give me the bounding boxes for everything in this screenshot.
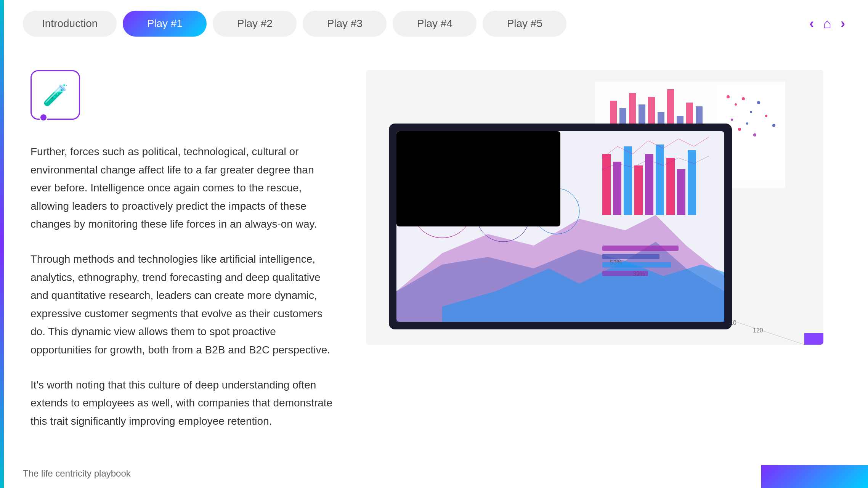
top-navigation: Introduction Play #1 Play #2 Play #3 Pla… bbox=[0, 0, 868, 47]
svg-point-17 bbox=[750, 111, 752, 113]
svg-text:120: 120 bbox=[753, 327, 763, 334]
svg-rect-50 bbox=[656, 144, 664, 215]
left-section: 🧪 Further, forces such as political, tec… bbox=[30, 70, 335, 447]
bottom-right-accent bbox=[761, 465, 868, 488]
svg-rect-59 bbox=[602, 271, 648, 276]
tab-play4[interactable]: Play #4 bbox=[393, 11, 477, 37]
page-footer: The life centricity playbook 10 bbox=[0, 459, 868, 488]
svg-rect-45 bbox=[602, 154, 611, 215]
svg-rect-49 bbox=[645, 154, 653, 215]
svg-rect-60 bbox=[396, 131, 560, 226]
prev-arrow-icon[interactable]: ‹ bbox=[809, 16, 814, 32]
svg-point-20 bbox=[738, 128, 741, 131]
svg-rect-58 bbox=[602, 262, 671, 268]
home-icon[interactable]: ⌂ bbox=[823, 16, 831, 32]
svg-rect-46 bbox=[613, 162, 621, 215]
svg-rect-52 bbox=[677, 169, 685, 215]
main-content: 🧪 Further, forces such as political, tec… bbox=[0, 47, 868, 470]
svg-point-16 bbox=[742, 97, 745, 100]
svg-point-24 bbox=[772, 124, 775, 127]
right-section: 80 90 100 110 120 bbox=[366, 70, 823, 345]
navigation-controls: ‹ ⌂ › bbox=[809, 16, 845, 32]
lab-flask-icon: 🧪 bbox=[43, 83, 68, 107]
svg-point-22 bbox=[753, 133, 756, 136]
svg-point-23 bbox=[765, 115, 767, 117]
svg-point-19 bbox=[731, 119, 733, 121]
analytics-tablet-image: 80 90 100 110 120 bbox=[366, 70, 823, 345]
next-arrow-icon[interactable]: › bbox=[841, 16, 845, 32]
svg-point-18 bbox=[757, 101, 760, 104]
svg-rect-56 bbox=[602, 246, 679, 251]
svg-point-14 bbox=[727, 95, 730, 98]
left-accent-bar bbox=[0, 0, 4, 488]
paragraph-1: Further, forces such as political, techn… bbox=[30, 143, 335, 233]
paragraph-3: It's worth noting that this culture of d… bbox=[30, 376, 335, 430]
footer-title: The life centricity playbook bbox=[23, 468, 131, 479]
svg-rect-48 bbox=[634, 165, 643, 215]
svg-point-21 bbox=[746, 122, 748, 125]
svg-rect-61 bbox=[804, 333, 823, 345]
svg-rect-57 bbox=[602, 254, 659, 259]
icon-dot-decoration bbox=[39, 113, 48, 122]
tab-play5[interactable]: Play #5 bbox=[483, 11, 566, 37]
svg-rect-51 bbox=[666, 158, 675, 215]
tab-play3[interactable]: Play #3 bbox=[303, 11, 387, 37]
tab-play2[interactable]: Play #2 bbox=[213, 11, 297, 37]
paragraph-2: Through methods and technologies like ar… bbox=[30, 250, 335, 359]
svg-point-15 bbox=[735, 103, 737, 106]
section-icon-container: 🧪 bbox=[30, 70, 80, 120]
tab-play1[interactable]: Play #1 bbox=[123, 11, 207, 37]
svg-rect-53 bbox=[688, 150, 696, 215]
tab-introduction[interactable]: Introduction bbox=[23, 11, 117, 37]
lab-flask-icon-box: 🧪 bbox=[30, 70, 80, 120]
svg-rect-47 bbox=[624, 146, 632, 215]
